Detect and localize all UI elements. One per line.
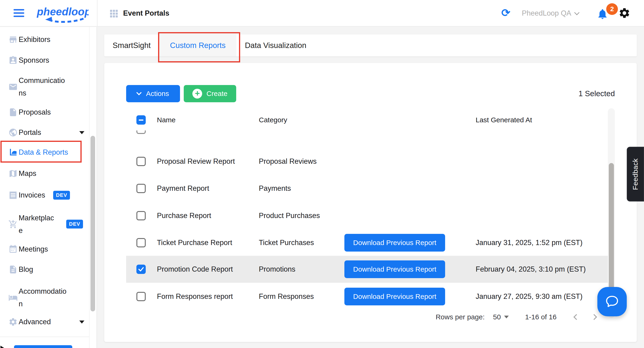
table-row[interactable]: Purchase Report Product Purchases <box>104 202 610 229</box>
sponsor-badge-icon <box>8 56 18 65</box>
table-body: Proposal Review Report Proposal Reviews … <box>104 130 610 324</box>
tab-smartsight[interactable]: SmartSight <box>104 34 159 56</box>
report-category: Payments <box>259 175 291 202</box>
column-header-category: Category <box>259 109 287 130</box>
chat-widget-button[interactable] <box>597 287 627 316</box>
column-header-name: Name <box>157 109 176 130</box>
sidebar-item-accommodation[interactable]: Accommodation <box>0 284 89 311</box>
previous-page-icon[interactable] <box>573 314 579 320</box>
download-previous-report-button[interactable]: Download Previous Report <box>344 260 445 278</box>
sidebar-nav: Exhibitors Sponsors Communications Propo… <box>0 27 89 348</box>
sidebar-scrollbar-thumb[interactable] <box>90 136 95 312</box>
reports-tab-bar: SmartSight Custom Reports Data Visualiza… <box>104 34 637 56</box>
chevron-down-icon <box>574 10 580 15</box>
pheedloop-logo[interactable]: pheedloop <box>35 3 88 26</box>
dev-badge: DEV <box>66 220 83 229</box>
sidebar-item-label: Meetings <box>19 243 48 256</box>
download-previous-report-button[interactable]: Download Previous Report <box>344 288 445 305</box>
sidebar-item-label: Accommodation <box>19 285 68 310</box>
sidebar-item-label: Proposals <box>19 106 51 119</box>
next-page-icon[interactable] <box>591 314 597 320</box>
feedback-tab-label: Feedback <box>632 158 639 190</box>
globe-icon <box>8 128 18 137</box>
table-scrollbar-thumb[interactable] <box>609 163 614 308</box>
plus-icon: + <box>192 89 202 98</box>
sidebar-item-sponsors[interactable]: Sponsors <box>0 53 89 67</box>
row-checkbox-checked[interactable] <box>136 265 146 274</box>
chat-bubble-icon <box>604 294 620 309</box>
row-checkbox[interactable] <box>136 238 146 247</box>
sidebar-item-label: Portals <box>19 126 41 139</box>
sidebar-item-label: Advanced <box>19 316 51 328</box>
sidebar-item-advanced[interactable]: Advanced <box>0 315 89 329</box>
sidebar-item-communications[interactable]: Communications <box>0 73 89 100</box>
refresh-icon[interactable]: ⟳ <box>501 6 510 19</box>
sidebar-item-label: Sponsors <box>19 54 49 67</box>
rows-per-page-select[interactable]: 50 <box>493 313 501 321</box>
sidebar-item-label: Maps <box>19 167 36 180</box>
select-all-checkbox[interactable] <box>136 115 146 125</box>
cart-icon <box>8 220 18 229</box>
report-category: Product Purchases <box>259 202 320 229</box>
row-checkbox[interactable] <box>136 292 146 301</box>
chevron-down-icon <box>79 321 84 324</box>
sidebar-scrollbar[interactable] <box>90 27 97 348</box>
report-category: Form Responses <box>259 283 314 310</box>
caret-down-icon[interactable] <box>504 316 509 319</box>
sidebar-item-maps[interactable]: Maps <box>0 167 89 181</box>
sidebar-item-portals[interactable]: Portals <box>0 126 89 140</box>
hamburger-menu-icon[interactable] <box>14 9 24 17</box>
report-name: Purchase Report <box>157 202 211 229</box>
sidebar-item-proposals[interactable]: Proposals <box>0 105 89 119</box>
row-checkbox[interactable] <box>136 184 146 193</box>
create-button-label: Create <box>206 90 227 98</box>
sidebar-item-invoices[interactable]: Invoices DEV <box>0 188 89 202</box>
settings-gear-icon[interactable] <box>618 7 630 20</box>
actions-button[interactable]: Actions <box>126 85 180 102</box>
feedback-tab[interactable]: Feedback <box>627 147 644 202</box>
table-row[interactable]: Proposal Review Report Proposal Reviews <box>104 148 610 175</box>
top-bar: pheedloop Event Portals ⟳ PheedLoop QA 2 <box>0 0 644 26</box>
row-checkbox[interactable] <box>136 157 146 166</box>
custom-reports-card: Actions + Create 1 Selected Name Categor… <box>104 63 637 342</box>
topbar-divider <box>97 0 98 26</box>
actions-button-label: Actions <box>146 90 169 98</box>
table-row[interactable]: Payment Report Payments <box>104 175 610 202</box>
sidebar-item-marketplace[interactable]: Marketplace DEV <box>0 211 89 238</box>
sidebar-item-label: Data & Reports <box>19 146 68 159</box>
last-generated-at: January 31, 2025, 1:52 pm (EST) <box>476 229 582 256</box>
document-icon <box>8 108 18 117</box>
selected-count: 1 Selected <box>578 85 615 102</box>
page-title: Event Portals <box>123 0 169 26</box>
tab-custom-reports[interactable]: Custom Reports <box>159 34 236 56</box>
dev-badge: DEV <box>53 191 70 200</box>
calendar-icon <box>8 245 18 254</box>
tab-data-visualization[interactable]: Data Visualization <box>236 34 315 56</box>
download-previous-report-button[interactable]: Download Previous Report <box>344 234 445 252</box>
sidebar-item-meetings[interactable]: Meetings <box>0 242 89 256</box>
apps-grid-icon[interactable] <box>110 10 118 17</box>
table-row[interactable]: Form Responses report Form Responses Dow… <box>104 283 610 310</box>
sidebar-item-exhibitors[interactable]: Exhibitors <box>0 33 89 46</box>
table-scrollbar[interactable] <box>608 108 615 318</box>
table-row[interactable]: Ticket Purchase Report Ticket Purchases … <box>104 229 610 256</box>
account-dropdown[interactable]: PheedLoop QA <box>522 0 571 26</box>
table-row-selected[interactable]: Promotion Code Report Promotions Downloa… <box>104 256 610 283</box>
chevron-down-icon <box>79 131 84 134</box>
create-button[interactable]: + Create <box>184 85 236 102</box>
report-name: Proposal Review Report <box>157 148 235 175</box>
sidebar-bottom-button-partial[interactable] <box>14 345 72 348</box>
storefront-icon <box>8 35 18 44</box>
sidebar-item-blog[interactable]: Blog <box>0 263 89 277</box>
row-checkbox[interactable] <box>136 211 146 220</box>
rows-per-page-label: Rows per page: <box>436 313 484 321</box>
column-header-last-generated: Last Generated At <box>476 109 532 130</box>
row-checkbox[interactable] <box>136 130 146 134</box>
table-row-clipped[interactable] <box>104 130 610 143</box>
pheedloop-admin-screen: pheedloop Event Portals ⟳ PheedLoop QA 2 <box>0 0 644 348</box>
last-generated-at: February 04, 2025, 3:10 pm (EST) <box>476 256 586 283</box>
sidebar-item-data-reports[interactable]: Data & Reports <box>0 145 89 159</box>
sidebar-divider <box>0 337 89 337</box>
sidebar-bottom-arrow-fragment <box>0 346 4 348</box>
report-category: Promotions <box>259 256 296 283</box>
